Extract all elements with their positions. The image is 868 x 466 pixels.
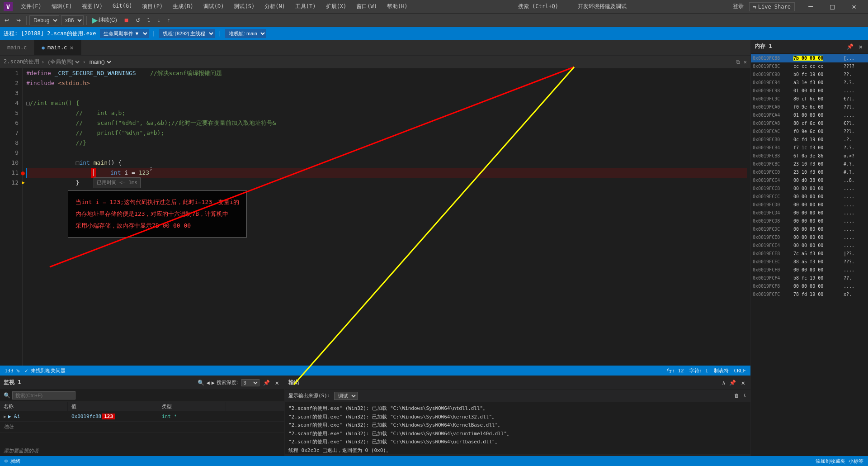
status-right: 行: 12 字符: 1 制表符 CRLF — [667, 367, 746, 374]
memory-row-11: 0x0019FCB4 f7 1c f3 00 ?.?. — [751, 144, 868, 152]
editor-header-right: ⧉ ✕ — [736, 59, 747, 65]
memory-row-19: 0x0019FCD4 00 00 00 00 .... — [751, 209, 868, 217]
function-select[interactable]: main() — [88, 58, 113, 66]
memory-row-6: 0x0019FCA0 f0 9e 6c 00 ??l. — [751, 103, 868, 111]
ready-status: ☺ 就绪 — [5, 458, 20, 465]
prev-icon[interactable]: ◀ — [206, 380, 209, 386]
memory-row-27: 0x0019FCF4 b8 fc 19 00 ??. — [751, 274, 868, 282]
memory-bytes-14: 23 10 f3 00 — [793, 168, 844, 176]
breadcrumb-file: 2.scan的使用 — [4, 58, 39, 66]
code-line-2: #include <stdio.h> — [26, 78, 747, 88]
menu-file[interactable]: 文件(F) — [16, 2, 46, 11]
memory-addr-0: 0x0019FC88 — [753, 54, 793, 62]
memory-bytes-21: 00 00 00 00 — [793, 225, 844, 233]
stop-button[interactable]: ■ — [122, 15, 132, 25]
menu-project[interactable]: 项目(P) — [137, 2, 167, 11]
memory-row-22: 0x0019FCE0 00 00 00 00 .... — [751, 233, 868, 242]
watch-row-i[interactable]: ▶ ▶ &i 0x0019fc88 123 int * — [0, 412, 284, 422]
menu-edit[interactable]: 编辑(E) — [47, 2, 77, 11]
menu-tools[interactable]: 工具(T) — [291, 2, 321, 11]
search-depth-select[interactable]: 3 — [241, 379, 259, 386]
output-source-select[interactable]: 调试 — [334, 392, 358, 400]
close-panel-icon[interactable]: ✕ — [274, 379, 281, 386]
lifecycle-select[interactable]: 生命周期事件 ▼ — [100, 29, 149, 38]
memory-chars-4: .... — [844, 87, 866, 95]
menu-view[interactable]: 视图(V) — [77, 2, 107, 11]
code-editor[interactable]: 1 2 3 4 5 6 7 8 9 10 11 12 #define _CRT_… — [0, 68, 750, 366]
tab-close-button[interactable]: ✕ — [70, 44, 73, 51]
csdn-link[interactable]: 添加到收藏夹 小标签 — [816, 458, 863, 465]
toolbar-redo[interactable]: ↪ — [14, 16, 24, 24]
menu-help[interactable]: 帮助(H) — [382, 2, 412, 11]
wrap-output-icon[interactable]: ⤹ — [743, 393, 747, 399]
live-share-button[interactable]: ⇆ Live Share — [749, 2, 795, 11]
memory-bytes-11: f7 1c f3 00 — [793, 144, 844, 152]
line-indicator: 行: 12 — [667, 367, 684, 374]
platform-select[interactable]: x86 — [61, 15, 84, 25]
memory-chars-3: ?.?. — [844, 79, 866, 87]
add-watch-item[interactable]: 添加要监视的项 — [0, 446, 284, 456]
memory-chars-25: ???. — [844, 258, 866, 266]
watch-cell-type-i: int * — [158, 413, 226, 420]
tab-main-active[interactable]: ● main.c ✕ — [34, 40, 81, 55]
memory-row-3: 0x0019FC94 a3 1e f3 00 ?.?. — [751, 79, 868, 87]
stack-select[interactable]: 堆栈帧: main — [225, 29, 266, 38]
pin-icon[interactable]: 📌 — [261, 380, 272, 386]
memory-chars-22: .... — [844, 233, 866, 242]
close-memory-icon[interactable]: ✕ — [857, 43, 864, 50]
watch-table-header: 名称 值 类型 — [0, 402, 284, 412]
split-editor-icon[interactable]: ⧉ — [736, 59, 740, 65]
expand-icon[interactable]: ▶ — [4, 414, 6, 419]
search-icon[interactable]: 🔍 — [198, 380, 204, 386]
step-over-button[interactable]: ⤵ — [145, 16, 153, 24]
memory-chars-24: |??. — [844, 250, 866, 258]
toolbar-divider-2 — [86, 16, 87, 25]
close-editor-icon[interactable]: ✕ — [744, 59, 747, 65]
watch-search-input[interactable] — [12, 391, 75, 399]
tab-type: 制表符 — [714, 367, 729, 374]
memory-bytes-10: 0c fd 19 00 — [793, 136, 844, 144]
step-out-button[interactable]: ↑ — [165, 16, 173, 24]
annotation-line-3: 采用小端存储，故内存中显示7B 00 00 00 — [75, 220, 239, 232]
zoom-level[interactable]: 133 % — [5, 368, 19, 374]
memory-row-15: 0x0019FCC4 00 d0 38 00 ..8. — [751, 176, 868, 185]
pin-memory-icon[interactable]: 📌 — [845, 43, 855, 50]
collapse-icon[interactable]: ∧ — [722, 380, 725, 386]
minimize-button[interactable]: ─ — [800, 0, 821, 14]
pin-output-icon[interactable]: 📌 — [727, 380, 738, 386]
line-7: 7 — [4, 128, 19, 138]
memory-row-10: 0x0019FCB0 0c fd 19 00 .?. — [751, 136, 868, 144]
restore-button[interactable]: □ — [822, 0, 843, 14]
scope-select[interactable]: (全局范围) — [47, 58, 81, 66]
memory-addr-22: 0x0019FCE0 — [753, 233, 793, 242]
menu-test[interactable]: 测试(S) — [229, 2, 259, 11]
memory-panel-header: 内存 1 📌 ✕ — [751, 40, 868, 53]
next-icon[interactable]: ▶ — [212, 380, 215, 386]
menu-debug[interactable]: 调试(D) — [199, 2, 229, 11]
menu-git[interactable]: Git(G) — [108, 2, 137, 11]
login-button[interactable]: 登录 — [733, 3, 744, 10]
continue-button[interactable]: ▶ 继续(C) — [90, 15, 120, 25]
close-button[interactable]: ✕ — [844, 0, 864, 14]
line-8: 8 — [4, 138, 19, 148]
step-into-button[interactable]: ↓ — [155, 16, 163, 24]
memory-chars-18: .... — [844, 201, 866, 209]
restart-button[interactable]: ↺ — [133, 16, 143, 24]
watch-row-address: 地址 — [0, 422, 284, 433]
menu-analyze[interactable]: 分析(N) — [260, 2, 290, 11]
code-line-12: } 已用时间 <= 1ms — [26, 178, 747, 188]
menu-window[interactable]: 窗口(W) — [352, 2, 382, 11]
code-content[interactable]: #define _CRT_SECURE_NO_WARNINGS //解决scan… — [23, 68, 750, 366]
menu-extensions[interactable]: 扩展(X) — [321, 2, 351, 11]
debug-config-select[interactable]: Debug — [29, 15, 59, 25]
thread-select[interactable]: 线程: [8292] 主线程 — [159, 29, 215, 38]
close-output-icon[interactable]: ✕ — [740, 379, 747, 386]
output-source-bar: 显示输出来源(S): 调试 🗑 ⤹ — [285, 390, 750, 402]
watch-search-bar: 🔍 — [0, 390, 284, 402]
clear-output-icon[interactable]: 🗑 — [734, 393, 739, 399]
menu-build[interactable]: 生成(B) — [168, 2, 198, 11]
toolbar-undo[interactable]: ↩ — [2, 16, 12, 24]
memory-content[interactable]: 0x0019FC88 7b 00 00 00 [... 0x0019FC8C c… — [751, 53, 868, 466]
tab-main-inactive[interactable]: main.c — [0, 40, 34, 55]
memory-row-17: 0x0019FCCC 00 00 00 00 .... — [751, 193, 868, 201]
